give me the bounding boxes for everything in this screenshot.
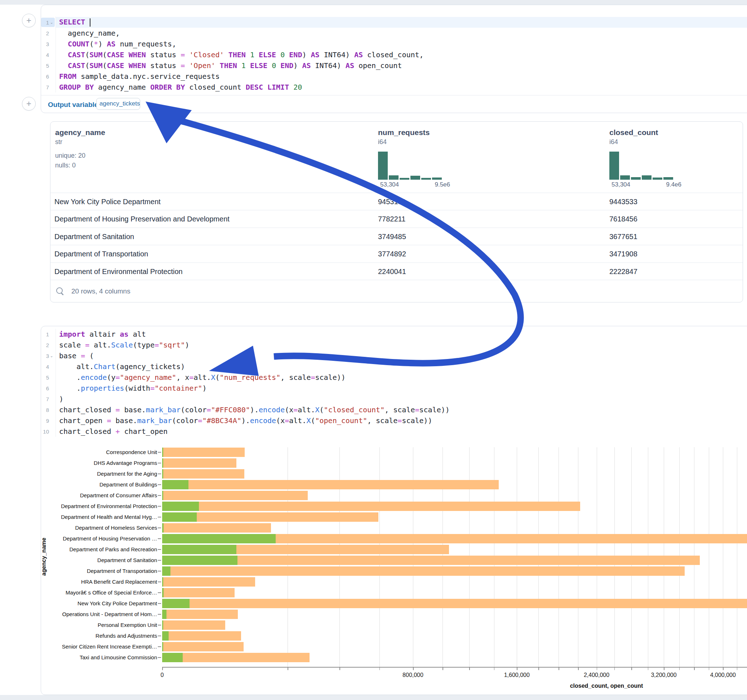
table-cell: 9443533 bbox=[609, 198, 637, 206]
plus-icon: + bbox=[26, 15, 31, 25]
column-header[interactable]: agency_name bbox=[55, 128, 105, 137]
line-number: 3 bbox=[42, 41, 49, 47]
search-icon[interactable] bbox=[56, 287, 63, 294]
line-number: 5 bbox=[42, 374, 49, 381]
histogram-bar bbox=[620, 175, 630, 180]
line-number: 6 bbox=[42, 74, 49, 80]
histogram-max-label: 9.5e6 bbox=[421, 181, 450, 188]
code-line: 8chart_closed = base.mark_bar(color="#FF… bbox=[41, 404, 747, 415]
code-text[interactable]: .properties(width="container") bbox=[56, 383, 747, 394]
histogram-min-label: 53,304 bbox=[611, 181, 630, 188]
chevron-down-icon[interactable]: ⌄ bbox=[49, 354, 54, 358]
code-line: 5 .encode(y="agency_name", x=alt.X("num_… bbox=[41, 372, 747, 383]
code-line: 10chart_closed + chart_open bbox=[41, 426, 747, 437]
table-cell: 3677651 bbox=[609, 232, 637, 241]
plus-icon: + bbox=[26, 99, 31, 109]
cell-divider bbox=[41, 95, 747, 95]
table-row: Department of Sanitation37494853677651 bbox=[50, 228, 742, 245]
code-line: 2scale = alt.Scale(type="sqrt") bbox=[41, 339, 747, 350]
code-text[interactable]: chart_closed = base.mark_bar(color="#FFC… bbox=[56, 404, 747, 415]
line-number: 4 bbox=[42, 364, 49, 370]
line-gutter: 6 bbox=[41, 383, 55, 393]
sql-code-editor[interactable]: 1⌄SELECT 2 agency_name,3 COUNT(*) AS num… bbox=[41, 17, 747, 92]
table-cell: Department of Transportation bbox=[54, 250, 148, 258]
chevron-down-icon[interactable]: ⌄ bbox=[49, 20, 54, 25]
sql-cell: 1⌄SELECT 2 agency_name,3 COUNT(*) AS num… bbox=[41, 5, 747, 113]
histogram-bar bbox=[410, 176, 420, 180]
line-number: 8 bbox=[42, 407, 49, 413]
code-text[interactable]: SELECT bbox=[56, 17, 747, 28]
table-cell: New York City Police Department bbox=[54, 198, 161, 206]
code-text[interactable]: base = ( bbox=[56, 350, 747, 361]
add-cell-button[interactable]: + bbox=[22, 14, 36, 27]
text-cursor bbox=[90, 18, 91, 27]
python-code-editor[interactable]: 1import altair as alt2scale = alt.Scale(… bbox=[41, 329, 747, 437]
line-gutter: 2 bbox=[41, 340, 55, 350]
line-gutter: 6 bbox=[41, 72, 55, 81]
column-header[interactable]: closed_count bbox=[609, 128, 658, 137]
line-gutter: 1⌄ bbox=[41, 18, 55, 27]
histogram-bar bbox=[664, 177, 673, 180]
line-number: 5 bbox=[42, 63, 49, 69]
line-number: 6 bbox=[42, 385, 49, 391]
line-gutter: 5 bbox=[41, 61, 55, 70]
column-header[interactable]: num_requests bbox=[378, 128, 430, 137]
line-gutter: 7 bbox=[41, 394, 55, 404]
code-text[interactable]: import altair as alt bbox=[56, 329, 747, 339]
code-line: 6 .properties(width="container") bbox=[41, 383, 747, 394]
code-text[interactable]: ) bbox=[56, 394, 747, 404]
table-cell: 7618456 bbox=[609, 215, 637, 223]
line-gutter: 5 bbox=[41, 373, 55, 382]
code-text[interactable]: .encode(y="agency_name", x=alt.X("num_re… bbox=[56, 372, 747, 383]
code-text[interactable]: CAST(SUM(CASE WHEN status = 'Closed' THE… bbox=[56, 49, 747, 60]
line-number: 2 bbox=[42, 342, 49, 348]
page-top-gutter bbox=[0, 0, 747, 5]
histogram-bar bbox=[421, 178, 431, 180]
code-line: 3⌄base = ( bbox=[41, 350, 747, 361]
add-cell-button[interactable]: + bbox=[22, 97, 36, 110]
code-text[interactable]: scale = alt.Scale(type="sqrt") bbox=[56, 339, 747, 350]
code-text[interactable]: chart_open = base.mark_bar(color="#8BC34… bbox=[56, 415, 747, 426]
histogram-bar bbox=[378, 152, 388, 180]
line-gutter: 4 bbox=[41, 50, 55, 59]
table-cell: Department of Housing Preservation and D… bbox=[54, 215, 230, 223]
table-cell: 3774892 bbox=[378, 250, 406, 258]
code-text[interactable]: COUNT(*) AS num_requests, bbox=[56, 39, 747, 49]
code-text[interactable]: chart_closed + chart_open bbox=[56, 426, 747, 437]
line-gutter: 4 bbox=[41, 362, 55, 371]
line-gutter: 10 bbox=[41, 427, 55, 436]
line-gutter: 2 bbox=[41, 29, 55, 38]
histogram-bar bbox=[653, 178, 662, 180]
row-count-label: 20 rows, 4 columns bbox=[71, 287, 130, 295]
histogram-bar bbox=[631, 177, 641, 180]
code-text[interactable]: agency_name, bbox=[56, 28, 747, 39]
code-text[interactable]: FROM sample_data.nyc.service_requests bbox=[56, 71, 747, 82]
code-text[interactable]: CAST(SUM(CASE WHEN status = 'Open' THEN … bbox=[56, 60, 747, 71]
code-line: 5 CAST(SUM(CASE WHEN status = 'Open' THE… bbox=[41, 60, 747, 71]
code-line: 3 COUNT(*) AS num_requests, bbox=[41, 39, 747, 49]
histogram-bar bbox=[389, 175, 399, 180]
histogram-bar bbox=[609, 152, 619, 180]
horizontal-scrollbar[interactable] bbox=[0, 695, 747, 700]
table-cell: 9453131 bbox=[378, 198, 406, 206]
table-cell: 7782211 bbox=[378, 215, 405, 223]
table-row: Department of Environmental Protection22… bbox=[50, 262, 742, 280]
line-gutter: 3⌄ bbox=[41, 351, 55, 361]
table-cell: Department of Environmental Protection bbox=[54, 267, 183, 276]
python-cell: 1import altair as alt2scale = alt.Scale(… bbox=[41, 326, 747, 695]
line-number: 7 bbox=[42, 84, 49, 91]
line-number: 3 bbox=[42, 353, 49, 359]
code-line: 7GROUP BY agency_name ORDER BY closed_co… bbox=[41, 82, 747, 92]
line-gutter: 7 bbox=[41, 83, 55, 92]
column-histogram bbox=[378, 152, 443, 180]
code-text[interactable]: alt.Chart(agency_tickets) bbox=[56, 361, 747, 372]
line-gutter: 9 bbox=[41, 416, 55, 425]
code-line: 6FROM sample_data.nyc.service_requests bbox=[41, 71, 747, 82]
table-row: New York City Police Department945313194… bbox=[50, 193, 742, 210]
line-number: 4 bbox=[42, 52, 49, 58]
table-bottom-divider bbox=[50, 280, 742, 280]
line-gutter: 8 bbox=[41, 405, 55, 415]
code-text[interactable]: GROUP BY agency_name ORDER BY closed_cou… bbox=[56, 82, 747, 92]
dataframe-preview: agency_namestrunique: 20nulls: 0num_requ… bbox=[50, 121, 743, 302]
output-variable-chip[interactable]: agency_tickets bbox=[96, 98, 140, 110]
